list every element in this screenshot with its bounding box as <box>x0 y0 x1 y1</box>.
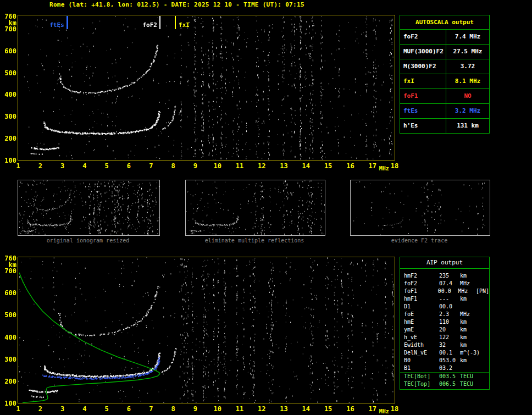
param-unit: km <box>460 272 479 280</box>
param-unit: m^(-3) <box>460 349 479 357</box>
x-axis-tick-top: 1 <box>16 162 20 170</box>
param-value: 006.5 <box>439 380 460 388</box>
param-note <box>479 272 489 280</box>
table-row: MUF(3000)F227.5 MHz <box>400 45 489 59</box>
param-label: hmF1 <box>404 295 439 303</box>
table-row: hmF2235km <box>400 272 489 280</box>
x-axis-tick-bottom: 2 <box>38 405 42 413</box>
x-axis-tick-bottom: 7 <box>149 405 153 413</box>
param-note <box>479 295 489 303</box>
x-axis-tick-top: 2 <box>38 162 42 170</box>
thumbnail-no-multiples-canvas <box>186 180 325 235</box>
y-axis-tick-bottom: 300 <box>1 356 16 363</box>
param-value: 00.1 <box>439 349 460 357</box>
thumbnail-original-ionogram <box>18 180 160 236</box>
param-unit: km <box>460 341 479 349</box>
y-axis-tick-top: 300 <box>1 113 16 120</box>
table-row: foE2.3MHz <box>400 311 489 318</box>
x-axis-tick-bottom: 6 <box>127 405 131 413</box>
param-note <box>479 318 489 326</box>
param-value: NO <box>446 89 489 103</box>
x-axis-tick-bottom: 11 <box>236 405 243 413</box>
autoscala-output-table: AUTOSCALA output foF27.4 MHzMUF(3000)F22… <box>400 15 490 134</box>
x-axis-tick-bottom: 15 <box>324 405 332 413</box>
ionogram-top-panel: ftEsfoF2fxI <box>18 15 395 161</box>
param-unit: TECU <box>460 373 479 380</box>
param-note <box>479 380 489 388</box>
x-axis-tick-top: 9 <box>193 162 197 170</box>
param-value: 122 <box>439 334 460 341</box>
table-row: DelN_vE00.1m^(-3) <box>400 349 489 357</box>
param-unit <box>460 303 479 311</box>
x-axis-tick-bottom: 16 <box>346 405 354 413</box>
y-axis-tick-bottom: 400 <box>1 334 16 341</box>
param-note: [PN] <box>476 287 489 295</box>
table-row: hmF1---km <box>400 295 489 303</box>
table-row: TEC[Bot]003.5TECU <box>400 372 489 380</box>
table-row: foF100.0MHz[PN] <box>400 287 489 295</box>
param-label: fxI <box>400 74 446 88</box>
param-value: 131 km <box>446 119 489 133</box>
thumbnail-no-multiples <box>185 180 325 236</box>
foF2-marker-line <box>159 16 160 29</box>
fxI-marker-label: fxI <box>179 21 190 29</box>
table-row: fxI8.1 MHz <box>400 74 489 89</box>
x-axis-tick-bottom: 1 <box>16 405 20 413</box>
y-axis-tick-top: 400 <box>1 91 16 98</box>
table-row: h_vE122km <box>400 334 489 341</box>
x-axis-tick-top: 15 <box>324 162 332 170</box>
y-axis-tick-bottom: 700 <box>1 267 16 275</box>
x-axis-tick-bottom: 14 <box>302 405 310 413</box>
table-row: foF1NO <box>400 89 489 104</box>
thumbnail-caption-original: original ionogram resized <box>47 237 130 244</box>
thumbnail-f2-evidence-canvas <box>351 180 490 235</box>
x-axis-tick-bottom: 5 <box>105 405 109 413</box>
param-note <box>479 373 489 380</box>
x-axis-unit-bottom: MHz <box>379 408 389 414</box>
param-value: 8.1 MHz <box>446 74 489 88</box>
table-row: Ewidth32km <box>400 341 489 349</box>
param-value: 2.3 <box>439 311 460 318</box>
param-label: B0 <box>404 357 439 364</box>
x-axis-tick-top: 13 <box>280 162 287 170</box>
x-axis-tick-bottom: 3 <box>60 405 64 413</box>
param-unit: TECU <box>460 380 479 388</box>
param-label: TEC[Bot] <box>404 373 439 380</box>
autoscala-app-window: Rome (lat: +41.8, lon: 012.5) - DATE: 20… <box>0 0 532 415</box>
y-axis-tick-top: 200 <box>1 135 16 142</box>
ftEs-marker-line <box>66 16 68 29</box>
aip-output-table: AIP output hmF2235kmfoF207.4MHzfoF100.0M… <box>400 257 490 390</box>
x-axis-tick-top: 10 <box>213 162 221 170</box>
param-note <box>479 311 489 318</box>
param-value: 3.72 <box>446 59 489 74</box>
param-note <box>479 357 489 364</box>
thumbnail-f2-evidence <box>350 180 490 236</box>
param-label: hmF2 <box>404 272 439 280</box>
param-value: --- <box>439 295 460 303</box>
x-axis-tick-bottom: 17 <box>368 405 376 413</box>
x-axis-tick-bottom: 18 <box>391 405 398 413</box>
param-value: 03.2 <box>439 364 460 372</box>
x-axis-tick-bottom: 8 <box>171 405 175 413</box>
x-axis-tick-top: 7 <box>149 162 153 170</box>
param-label: Ewidth <box>404 341 439 349</box>
x-axis-tick-bottom: 9 <box>193 405 197 413</box>
y-axis-tick-top: 700 <box>1 25 16 33</box>
param-note <box>479 341 489 349</box>
param-value: 003.5 <box>439 373 460 380</box>
table-row: B103.2 <box>400 364 489 372</box>
param-unit: km <box>460 318 479 326</box>
param-unit: km <box>460 334 479 341</box>
param-note <box>479 303 489 311</box>
param-label: DelN_vE <box>404 349 439 357</box>
param-label: foE <box>404 311 439 318</box>
table-row: ftEs3.2 MHz <box>400 104 489 119</box>
thumbnail-original-canvas <box>18 180 159 235</box>
param-note <box>479 280 489 287</box>
x-axis-tick-bottom: 13 <box>280 405 287 413</box>
fxI-marker-line <box>175 16 176 29</box>
param-label: hmE <box>404 318 439 326</box>
thumbnail-caption-no-multiples: eliminate multiple reflections <box>205 237 304 244</box>
table-row: TEC[Top]006.5TECU <box>400 380 489 388</box>
param-label: ymE <box>404 326 439 334</box>
